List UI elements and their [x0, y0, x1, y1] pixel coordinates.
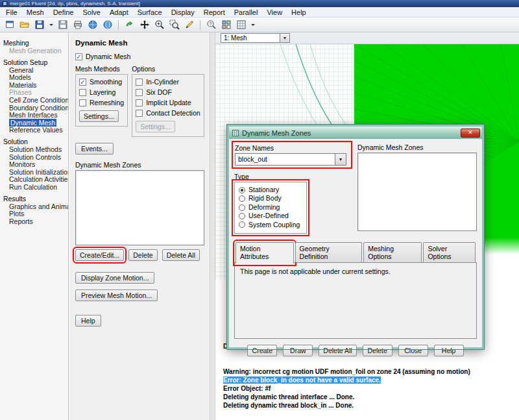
- console-line-error-object: Error Object: #f: [223, 384, 519, 393]
- tab-motion-attributes[interactable]: Motion Attributes: [235, 242, 294, 264]
- create-edit-button[interactable]: Create/Edit...: [75, 249, 124, 261]
- dialog-delete-all-button[interactable]: Delete All: [319, 345, 356, 356]
- draw-button[interactable]: Draw: [283, 345, 313, 356]
- in-cylinder-checkbox[interactable]: In-Cylinder: [136, 78, 200, 86]
- sidebar-section-meshing: Meshing: [0, 38, 68, 47]
- type-label: Type: [234, 173, 350, 180]
- view-selector[interactable]: 1: Mesh ▼: [221, 33, 290, 43]
- menu-surface[interactable]: Surface: [133, 8, 167, 17]
- menu-file[interactable]: File: [1, 8, 22, 17]
- probe-pencil-icon[interactable]: [182, 19, 196, 31]
- sidebar-item-run-calculation[interactable]: Run Calculation: [0, 184, 68, 191]
- titlebar: merge01 Fluent [2d, dp, pbns, dynamesh, …: [0, 0, 519, 7]
- delete-button[interactable]: Delete: [128, 249, 157, 261]
- dialog-delete-button[interactable]: Delete: [363, 345, 392, 356]
- radio-icon: [239, 187, 245, 193]
- menu-mesh[interactable]: Mesh: [22, 8, 49, 17]
- chevron-down-icon[interactable]: ▼: [335, 153, 346, 166]
- info-sphere-icon[interactable]: [86, 19, 99, 31]
- menubar: File Mesh Define Solve Adapt Surface Dis…: [0, 7, 519, 18]
- tab-solver-options[interactable]: Solver Options: [423, 242, 476, 262]
- dialog-help-button[interactable]: Help: [434, 345, 464, 356]
- menu-view[interactable]: View: [262, 8, 287, 17]
- menu-define[interactable]: Define: [49, 8, 78, 17]
- options-label: Options: [132, 65, 204, 73]
- save-data-icon[interactable]: [56, 19, 69, 31]
- dialog-button-row: Create Draw Delete All Delete Close Help: [234, 345, 477, 356]
- events-button[interactable]: Events...: [75, 143, 114, 154]
- type-user-defined-radio[interactable]: User-Defined: [239, 212, 302, 220]
- dialog-titlebar[interactable]: Dynamic Mesh Zones ✕: [229, 127, 482, 139]
- options-group: In-Cylinder Six DOF Implicit Update Cont…: [132, 74, 204, 137]
- mesh-methods-label: Mesh Methods: [75, 65, 128, 73]
- six-dof-checkbox[interactable]: Six DOF: [136, 88, 200, 97]
- zoom-help-icon[interactable]: ?: [204, 19, 218, 31]
- menu-parallel[interactable]: Parallel: [230, 8, 263, 17]
- svg-text:?: ?: [209, 21, 211, 26]
- motion-attributes-tab-panel: This page is not applicable under curren…: [234, 262, 477, 339]
- dialog-close-button[interactable]: Close: [398, 345, 428, 356]
- tab-geometry-definition[interactable]: Geometry Definition: [295, 242, 363, 262]
- checkbox-icon: [136, 79, 143, 86]
- toolbar-dropdown-icon[interactable]: [249, 19, 256, 31]
- sync-view-icon[interactable]: [123, 19, 136, 31]
- close-icon[interactable]: ✕: [461, 129, 480, 138]
- menu-solve[interactable]: Solve: [78, 8, 105, 17]
- menu-adapt[interactable]: Adapt: [105, 8, 133, 17]
- sidebar-item-reference-values[interactable]: Reference Values: [0, 127, 68, 134]
- pattern-icon[interactable]: [234, 19, 248, 31]
- smoothing-checkbox[interactable]: Smoothing: [79, 78, 124, 86]
- mesh-methods-settings-button[interactable]: Settings...: [79, 110, 119, 122]
- type-system-coupling-radio[interactable]: System Coupling: [239, 221, 302, 229]
- task-panel-title: Dynamic Mesh: [75, 39, 206, 47]
- app-icon: [3, 1, 7, 6]
- sidebar-section-solution-setup: Solution Setup: [0, 58, 68, 67]
- sidebar-item-mesh-interfaces[interactable]: Mesh Interfaces: [0, 112, 68, 119]
- create-button[interactable]: Create: [247, 345, 277, 356]
- menu-report[interactable]: Report: [199, 8, 230, 17]
- dynamic-mesh-zones-dialog: Dynamic Mesh Zones ✕ Zone Names block_ou…: [227, 125, 484, 349]
- sidebar-item-reports[interactable]: Reports: [0, 218, 68, 226]
- preview-mesh-motion-button[interactable]: Preview Mesh Motion...: [75, 290, 158, 301]
- open-folder-icon[interactable]: [18, 19, 31, 31]
- delete-all-button[interactable]: Delete All: [162, 249, 200, 261]
- type-rigid-body-radio[interactable]: Rigid Body: [239, 194, 302, 203]
- sidebar-item-mesh-generation[interactable]: Mesh Generation: [0, 47, 68, 55]
- save-dropdown-icon[interactable]: [47, 19, 54, 31]
- radio-icon: [239, 204, 245, 211]
- zone-names-label: Zone Names: [235, 144, 349, 152]
- implicit-update-checkbox[interactable]: Implicit Update: [136, 99, 200, 107]
- fluent-window: merge01 Fluent [2d, dp, pbns, dynamesh, …: [0, 0, 519, 420]
- dynamic-mesh-zones-list[interactable]: [75, 170, 204, 245]
- remeshing-checkbox[interactable]: Remeshing: [79, 99, 124, 107]
- toolbar-separator: [200, 20, 200, 30]
- zoom-box-icon[interactable]: [167, 19, 181, 31]
- menu-display[interactable]: Display: [167, 8, 199, 17]
- console-line: [223, 359, 519, 367]
- task-help-button[interactable]: Help: [75, 315, 101, 327]
- layer-grid-icon[interactable]: [219, 19, 233, 31]
- dialog-zones-list[interactable]: [357, 153, 477, 231]
- type-deforming-radio[interactable]: Deforming: [239, 203, 302, 212]
- layering-checkbox[interactable]: Layering: [79, 88, 124, 97]
- dynamic-mesh-checkbox[interactable]: Dynamic Mesh: [75, 53, 206, 61]
- display-zone-motion-button[interactable]: Display Zone Motion...: [75, 272, 154, 284]
- save-icon[interactable]: [32, 19, 46, 31]
- new-window-icon[interactable]: [3, 19, 16, 31]
- print-icon[interactable]: [71, 19, 84, 31]
- panel-splitter[interactable]: [210, 32, 215, 420]
- menu-help[interactable]: Help: [287, 8, 311, 17]
- contact-detection-checkbox[interactable]: Contact Detection: [136, 109, 200, 117]
- web-sphere-icon[interactable]: [101, 19, 114, 31]
- chevron-down-icon[interactable]: ▼: [280, 33, 290, 43]
- toolbar: ?: [0, 18, 519, 32]
- pan-icon[interactable]: [138, 19, 151, 31]
- type-radio-group: Stationary Rigid Body Deforming Use: [234, 182, 307, 234]
- tab-meshing-options[interactable]: Meshing Options: [363, 242, 422, 262]
- type-stationary-radio[interactable]: Stationary: [239, 186, 302, 194]
- view-selector-value: 1: Mesh: [221, 33, 280, 43]
- radio-icon: [239, 195, 245, 202]
- checkbox-icon: [136, 89, 143, 96]
- zoom-in-icon[interactable]: [152, 19, 166, 31]
- zone-names-combobox[interactable]: block_out ▼: [235, 153, 346, 166]
